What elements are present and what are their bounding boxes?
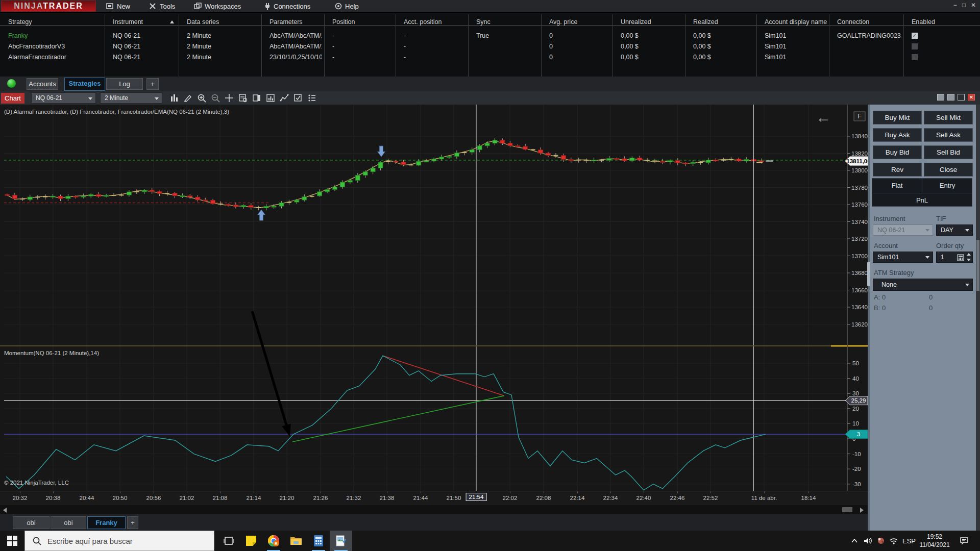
bar-type-icon[interactable] xyxy=(169,93,181,103)
table-cell[interactable]: - xyxy=(332,32,394,40)
menu-new[interactable]: New xyxy=(106,2,130,11)
volume-button[interactable] xyxy=(862,531,875,551)
chart-area[interactable]: 13840,0013820,0013800,0013780,0013760,00… xyxy=(0,105,868,491)
table-cell[interactable]: 2 Minute xyxy=(187,32,259,40)
table-cell[interactable]: 0,00 $ xyxy=(693,54,754,62)
column-header[interactable]: Unrealized xyxy=(621,18,683,27)
table-cell[interactable] xyxy=(476,43,539,51)
enabled-checkbox[interactable]: ✓ xyxy=(912,33,918,39)
enabled-checkbox[interactable] xyxy=(912,54,918,60)
table-cell[interactable]: 0,00 $ xyxy=(621,54,683,62)
close-button[interactable]: Close xyxy=(924,163,973,177)
table-cell[interactable]: 2 Minute xyxy=(187,54,259,62)
interval-selector[interactable]: 2 Minute xyxy=(100,92,162,104)
table-cell[interactable] xyxy=(476,54,539,62)
instrument-dropdown[interactable]: NQ 06-21 xyxy=(873,224,933,236)
column-header[interactable]: Sync xyxy=(476,18,539,27)
tab-accounts[interactable]: Accounts xyxy=(27,78,58,90)
table-cell[interactable]: 2 Minute xyxy=(187,43,259,51)
table-cell[interactable]: 0,00 $ xyxy=(621,32,683,40)
column-header[interactable]: Data series xyxy=(187,18,259,27)
close-icon[interactable]: ✕ xyxy=(971,2,976,9)
spinner-up-icon[interactable] xyxy=(967,253,971,256)
table-cell[interactable]: 0 xyxy=(549,54,610,62)
instrument-selector[interactable]: NQ 06-21 xyxy=(31,92,96,104)
sell-mkt-button[interactable]: Sell Mkt xyxy=(924,111,973,124)
menu-workspaces[interactable]: Workspaces xyxy=(194,2,241,11)
taskbar-search[interactable]: Escribe aquí para buscar xyxy=(24,531,214,551)
trendline-icon[interactable] xyxy=(280,93,291,103)
buy-ask-button[interactable]: Buy Ask xyxy=(873,128,922,142)
table-cell[interactable]: - xyxy=(404,32,466,40)
table-cell[interactable]: 23/10/1/0,25/10/10/1/1,2 xyxy=(270,54,322,62)
scroll-back-arrow-icon[interactable]: ← xyxy=(816,110,831,124)
table-cell[interactable]: - xyxy=(404,54,466,62)
chart-restore-icon[interactable] xyxy=(947,94,954,101)
table-cell[interactable]: NQ 06-21 xyxy=(113,32,177,40)
column-header[interactable]: Position xyxy=(332,18,394,27)
menu-help[interactable]: Help xyxy=(335,2,359,11)
column-header[interactable]: Realized xyxy=(693,18,754,27)
table-cell[interactable]: NQ 06-21 xyxy=(113,54,177,62)
column-header[interactable]: Strategy xyxy=(8,18,103,27)
table-cell[interactable]: 0,00 $ xyxy=(693,32,754,40)
tab-strategies[interactable]: Strategies xyxy=(64,78,105,91)
chrome-button[interactable]: R xyxy=(262,531,285,551)
table-cell[interactable]: GOALLTRADING002315 xyxy=(837,32,901,40)
spinner-down-icon[interactable] xyxy=(967,259,971,261)
menu-tools[interactable]: Tools xyxy=(149,2,175,11)
notification-center-button[interactable] xyxy=(955,531,973,551)
scroll-left-icon[interactable] xyxy=(3,508,7,513)
table-cell[interactable]: - xyxy=(332,43,394,51)
column-header[interactable]: Parameters xyxy=(270,18,322,27)
table-cell[interactable]: Franky xyxy=(8,32,103,40)
file-explorer-button[interactable] xyxy=(285,531,307,551)
properties-icon[interactable] xyxy=(307,93,318,103)
column-header[interactable]: Connection xyxy=(837,18,901,27)
crosshair-icon[interactable] xyxy=(225,93,236,103)
buy-mkt-button[interactable]: Buy Mkt xyxy=(873,111,922,124)
table-cell[interactable]: AbcATM/AbcATM/1/1/Tru xyxy=(270,43,322,51)
table-cell[interactable]: AlarmaFrancotirador xyxy=(8,54,103,62)
task-view-button[interactable] xyxy=(217,531,240,551)
table-cell[interactable]: Sim101 xyxy=(765,54,827,62)
calculator-button[interactable] xyxy=(307,531,330,551)
table-cell[interactable]: 0,00 $ xyxy=(621,43,683,51)
table-cell[interactable]: 0,00 $ xyxy=(693,43,754,51)
add-tab-button[interactable]: + xyxy=(146,78,159,90)
table-cell[interactable]: AbcFrancotiradorV3 xyxy=(8,43,103,51)
chart-maximize-icon[interactable] xyxy=(958,94,965,101)
table-cell[interactable]: 0 xyxy=(549,32,610,40)
data-box-icon[interactable] xyxy=(238,93,250,103)
buy-bid-button[interactable]: Buy Bid xyxy=(873,145,922,159)
panel-scrollbar[interactable] xyxy=(976,105,980,531)
chart-close-icon[interactable]: ✕ xyxy=(968,94,975,101)
start-button[interactable] xyxy=(0,531,24,551)
atm-strategy-dropdown[interactable]: None xyxy=(873,279,973,291)
chart-minimize-icon[interactable] xyxy=(937,94,944,101)
table-cell[interactable] xyxy=(837,43,901,51)
account-dropdown[interactable]: Sim101 xyxy=(873,252,933,263)
tab-log[interactable]: Log xyxy=(106,78,143,90)
zoom-out-icon[interactable] xyxy=(211,93,222,103)
maximize-icon[interactable]: □ xyxy=(962,2,966,9)
scrollbar-thumb[interactable] xyxy=(842,507,852,512)
column-header[interactable]: Acct. position xyxy=(404,18,466,27)
table-cell[interactable]: - xyxy=(332,54,394,62)
table-cell[interactable]: True xyxy=(476,32,539,40)
image-editor-button[interactable] xyxy=(330,531,352,551)
tray-expand-button[interactable] xyxy=(848,531,861,551)
language-indicator[interactable]: ESP xyxy=(901,531,917,551)
tab-obi[interactable]: obi xyxy=(51,516,86,529)
calculator-icon[interactable] xyxy=(957,254,964,261)
minimize-icon[interactable]: − xyxy=(953,2,957,9)
column-header[interactable]: Instrument xyxy=(113,18,177,27)
table-cell[interactable]: Sim101 xyxy=(765,32,827,40)
add-tab-button[interactable]: + xyxy=(127,516,138,529)
order-qty-stepper[interactable]: 1 xyxy=(936,252,973,263)
menu-connections[interactable]: Connections xyxy=(264,2,310,11)
scroll-right-icon[interactable] xyxy=(860,508,864,513)
enabled-checkbox[interactable] xyxy=(912,43,918,49)
table-cell[interactable]: AbcATM/AbcATM/1/1/Tru xyxy=(270,32,322,40)
column-header[interactable]: Account display name xyxy=(765,18,827,27)
